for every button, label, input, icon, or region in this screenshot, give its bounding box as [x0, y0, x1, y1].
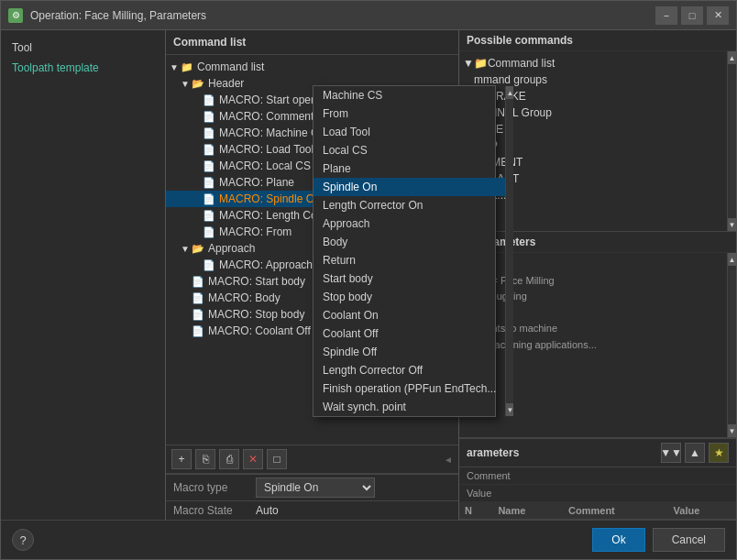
- expand-arrow: ▼: [181, 79, 192, 89]
- file-icon: 📄: [203, 210, 217, 222]
- file-icon: 📄: [203, 160, 217, 172]
- tree-label: Command list: [197, 60, 264, 73]
- file-icon: 📄: [203, 259, 217, 271]
- file-icon: 📄: [203, 193, 217, 205]
- copy-button[interactable]: ⎘: [195, 449, 215, 469]
- tree-label: Approach: [208, 242, 255, 255]
- command-list-toolbar: + ⎘ ⎙ ✕ □ ◄: [166, 445, 458, 473]
- params-star-btn[interactable]: ★: [709, 443, 729, 463]
- dropdown-item-length-corrector-off[interactable]: Length Corrector Off: [314, 361, 505, 379]
- add-button[interactable]: +: [171, 449, 192, 469]
- dropdown-item-spindle-off[interactable]: Spindle Off: [314, 343, 505, 361]
- parameters-section-header: arameters ▼▼ ▲ ★: [459, 439, 736, 467]
- scroll-down-btn[interactable]: ▼: [728, 218, 736, 231]
- tree-label: MACRO: Load Tool: [219, 143, 314, 156]
- expand-arrow: ▼: [181, 244, 192, 254]
- dropdown-item-plane[interactable]: Plane: [314, 159, 505, 178]
- dropdown-scrollbar[interactable]: ▲ ▼: [505, 86, 513, 416]
- tree-label: MACRO: Body: [208, 291, 280, 304]
- tree-label: MACRO: Comment: [219, 110, 314, 123]
- tree-label: Header: [208, 77, 244, 90]
- dropdown-item-machine-cs[interactable]: Machine CS: [314, 86, 505, 104]
- sidebar-item-toolpath[interactable]: Toolpath template: [1, 58, 165, 78]
- dropdown-item-finish-operation[interactable]: Finish operation (PPFun EndTech...: [314, 379, 505, 398]
- cancel-button[interactable]: Cancel: [653, 528, 725, 552]
- scroll-up-btn[interactable]: ▲: [728, 51, 736, 64]
- dropdown-item-local-cs[interactable]: Local CS: [314, 141, 505, 159]
- help-button[interactable]: ?: [12, 529, 34, 551]
- delete-button[interactable]: ✕: [243, 449, 263, 469]
- folder-icon: 📁: [181, 61, 195, 73]
- dropdown-item-approach[interactable]: Approach: [314, 214, 505, 233]
- dropdown-item-from[interactable]: From: [314, 104, 505, 123]
- file-icon: 📄: [192, 292, 206, 304]
- tree-label: MACRO: Approach...: [219, 258, 322, 271]
- footer: ? Ok Cancel: [1, 520, 736, 559]
- window-title: Operation: Face Milling, Parameters: [30, 9, 655, 22]
- more-button[interactable]: □: [267, 449, 287, 469]
- folder-icon: 📂: [192, 243, 206, 255]
- dropdown-item-stop-body[interactable]: Stop body: [314, 288, 505, 306]
- scroll-up-btn[interactable]: ▲: [506, 86, 513, 99]
- col-comment: Comment: [563, 502, 668, 520]
- bottom-fields: Macro type Spindle On Macro State Auto: [166, 473, 458, 520]
- tree-label: MACRO: Coolant Off: [208, 324, 311, 337]
- dropdown-item-body[interactable]: Body: [314, 233, 505, 251]
- expand-arrow: ▼: [463, 57, 474, 70]
- possible-commands-header: Possible commands: [459, 30, 736, 51]
- maximize-button[interactable]: □: [681, 6, 703, 25]
- tree-label: MACRO: From: [219, 225, 292, 238]
- macro-type-select[interactable]: Spindle On: [256, 478, 375, 498]
- dropdown-item-load-tool[interactable]: Load Tool: [314, 123, 505, 141]
- params-down-btn[interactable]: ▼▼: [661, 443, 681, 463]
- file-icon: 📄: [192, 309, 206, 321]
- paste-button[interactable]: ⎙: [219, 449, 239, 469]
- ok-button[interactable]: Ok: [592, 528, 644, 552]
- file-icon: 📄: [203, 111, 217, 123]
- tree-label: MACRO: Machine C...: [219, 126, 328, 139]
- macro-state-row: Macro State Auto: [166, 500, 458, 520]
- tree-item-command-list-root[interactable]: ▼ 📁 Command list: [166, 59, 458, 75]
- tree-label: MACRO: Length Co...: [219, 209, 326, 222]
- value-label: Value: [467, 488, 491, 499]
- comment-row: Comment: [459, 467, 736, 485]
- file-icon: 📄: [192, 325, 206, 337]
- center-panel: Command list ▼ 📁 Command list ▼ 📂 Header: [166, 30, 459, 520]
- macro-state-value: Auto: [256, 504, 451, 517]
- tree-label: MACRO: Local CS: [219, 159, 311, 172]
- value-row: Value: [459, 485, 736, 502]
- params-table: N Name Comment Value: [459, 502, 736, 520]
- command-list-header: Command list: [166, 30, 458, 55]
- sidebar-item-tool[interactable]: Tool: [1, 38, 165, 58]
- dropdown-item-spindle-on[interactable]: Spindle On: [314, 178, 505, 196]
- scroll-up-btn[interactable]: ▲: [728, 253, 736, 266]
- params-up-btn[interactable]: ▲: [685, 443, 705, 463]
- minimize-button[interactable]: −: [655, 6, 677, 25]
- col-name: Name: [492, 502, 563, 520]
- dropdown-item-start-body[interactable]: Start body: [314, 269, 505, 288]
- dropdown-item-coolant-on[interactable]: Coolant On: [314, 306, 505, 324]
- possible-commands-scrollbar[interactable]: ▲ ▼: [727, 51, 736, 231]
- file-icon: 📄: [203, 127, 217, 139]
- parameters-table-section: arameters ▼▼ ▲ ★ Comment Value: [459, 438, 736, 520]
- footer-right: Ok Cancel: [592, 528, 725, 552]
- app-icon: ⚙: [8, 8, 23, 23]
- tree-label: MACRO: Spindle On: [219, 192, 321, 205]
- tree-label: MACRO: Stop body: [208, 308, 304, 321]
- dropdown-item-return[interactable]: Return: [314, 251, 505, 269]
- dropdown-item-wait-synch[interactable]: Wait synch. point: [314, 398, 505, 416]
- tree-label: MACRO: Start body: [208, 275, 305, 288]
- right-tree-item-command-list[interactable]: ▼ 📁 Command list: [459, 55, 727, 71]
- scroll-down-btn[interactable]: ▼: [506, 403, 513, 416]
- comment-label: Comment: [467, 470, 511, 481]
- dropdown-item-coolant-off[interactable]: Coolant Off: [314, 324, 505, 343]
- expand-arrow: ▼: [170, 62, 181, 72]
- scroll-down-btn[interactable]: ▼: [728, 424, 736, 437]
- in-params-scrollbar[interactable]: ▲ ▼: [727, 253, 736, 437]
- dropdown-item-length-corrector-on[interactable]: Length Corrector On: [314, 196, 505, 214]
- macro-type-dropdown: Machine CS From Load Tool Local CS Plane…: [313, 85, 496, 417]
- macro-state-label: Macro State: [173, 504, 256, 517]
- file-icon: 📄: [203, 144, 217, 156]
- main-content: Tool Toolpath template Command list ▼ 📁 …: [1, 30, 736, 520]
- close-button[interactable]: ✕: [707, 6, 729, 25]
